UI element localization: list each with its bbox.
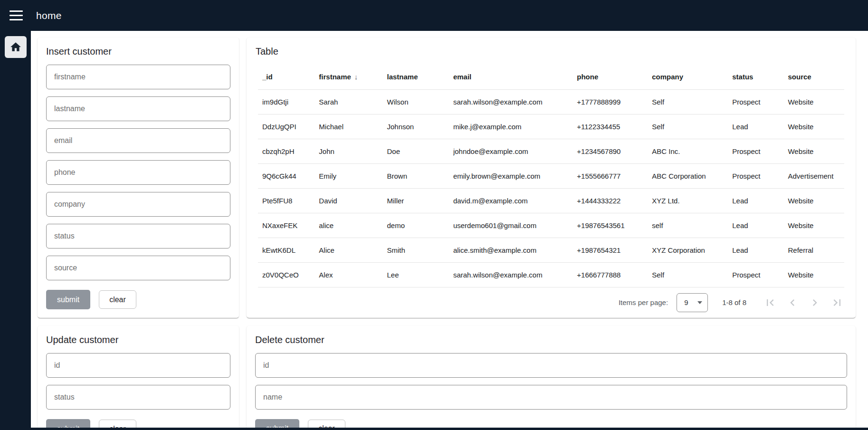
table-cell: DdzUgQPI bbox=[258, 114, 319, 139]
column-header-_id[interactable]: _id bbox=[258, 65, 319, 89]
first-page-button[interactable] bbox=[759, 292, 781, 314]
table-cell: Lead bbox=[732, 114, 788, 139]
paginator-nav bbox=[759, 292, 848, 314]
table-cell: Prospect bbox=[732, 89, 788, 114]
page-size-select[interactable]: 9 bbox=[677, 293, 708, 312]
table-cell: emily.brown@example.com bbox=[453, 163, 577, 188]
table-cell: Self bbox=[652, 262, 732, 287]
table-cell: +1555666777 bbox=[577, 163, 652, 188]
column-header-status[interactable]: status bbox=[732, 65, 788, 89]
table-cell: ABC Corporation bbox=[652, 163, 732, 188]
delete-fields bbox=[255, 353, 847, 410]
table-header-row: _idfirstname↓lastnameemailphonecompanyst… bbox=[258, 65, 844, 89]
table-cell: Website bbox=[788, 114, 844, 139]
id-input[interactable] bbox=[46, 353, 230, 378]
table-cell: John bbox=[319, 139, 387, 163]
table-row: DdzUgQPIMichaelJohnsonmike.j@example.com… bbox=[258, 114, 844, 139]
status-input[interactable] bbox=[46, 224, 230, 248]
table-body: im9dGtjiSarahWilsonsarah.wilson@example.… bbox=[258, 89, 844, 287]
lastname-input[interactable] bbox=[46, 96, 230, 121]
table-cell: 9Q6cGk44 bbox=[258, 163, 319, 188]
last-page-icon bbox=[830, 296, 844, 309]
table-cell: Website bbox=[788, 139, 844, 163]
table-cell: Self bbox=[652, 89, 732, 114]
insert-clear-button[interactable]: clear bbox=[99, 290, 136, 309]
table-cell: Referral bbox=[788, 238, 844, 262]
insert-fields bbox=[46, 65, 230, 280]
table-cell: userdemo601@gmail.com bbox=[453, 213, 577, 238]
window-bottom-edge bbox=[0, 428, 868, 430]
update-customer-card: Update customer submit clear bbox=[38, 326, 239, 430]
table-cell: mike.j@example.com bbox=[453, 114, 577, 139]
table-cell: im9dGtji bbox=[258, 89, 319, 114]
name-input[interactable] bbox=[255, 385, 847, 410]
table-cell: alice bbox=[319, 213, 387, 238]
table-row: im9dGtjiSarahWilsonsarah.wilson@example.… bbox=[258, 89, 844, 114]
previous-page-button[interactable] bbox=[781, 292, 803, 314]
column-header-phone[interactable]: phone bbox=[577, 65, 652, 89]
table-cell: Website bbox=[788, 213, 844, 238]
hamburger-menu-icon[interactable] bbox=[10, 10, 23, 20]
table-cell: Alice bbox=[319, 238, 387, 262]
sidebar-home-button[interactable] bbox=[5, 36, 27, 58]
insert-customer-card: Insert customer submit clear bbox=[38, 38, 239, 318]
table-cell: Lead bbox=[732, 238, 788, 262]
update-card-title: Update customer bbox=[46, 334, 230, 345]
table-cell: alice.smith@example.com bbox=[453, 238, 577, 262]
table-cell: +1234567890 bbox=[577, 139, 652, 163]
table-row: z0V0QCeOAlexLeesarah.wilson@example.com+… bbox=[258, 262, 844, 287]
customer-table: _idfirstname↓lastnameemailphonecompanyst… bbox=[247, 65, 856, 287]
column-header-company[interactable]: company bbox=[652, 65, 732, 89]
table-cell: Lee bbox=[387, 262, 453, 287]
firstname-input[interactable] bbox=[46, 65, 230, 89]
table-row: kEwtK6DLAliceSmithalice.smith@example.co… bbox=[258, 238, 844, 262]
column-header-label: phone bbox=[577, 73, 598, 81]
table-cell: Self bbox=[652, 114, 732, 139]
table-cell: Website bbox=[788, 89, 844, 114]
table-cell: +1987654321 bbox=[577, 238, 652, 262]
column-header-label: source bbox=[788, 73, 811, 81]
table-cell: Advertisement bbox=[788, 163, 844, 188]
id-input[interactable] bbox=[255, 353, 847, 378]
table-cell: johndoe@example.com bbox=[453, 139, 577, 163]
company-input[interactable] bbox=[46, 192, 230, 217]
table-cell: Prospect bbox=[732, 262, 788, 287]
chevron-right-icon bbox=[808, 296, 821, 309]
column-header-lastname[interactable]: lastname bbox=[387, 65, 453, 89]
app-title: home bbox=[36, 10, 62, 21]
table-cell: cbzqh2pH bbox=[258, 139, 319, 163]
table-row: NXaxeFEKalicedemouserdemo601@gmail.com+1… bbox=[258, 213, 844, 238]
table-cell: Michael bbox=[319, 114, 387, 139]
source-input[interactable] bbox=[46, 256, 230, 280]
next-page-button[interactable] bbox=[803, 292, 826, 314]
table-cell: sarah.wilson@example.com bbox=[453, 262, 577, 287]
table-cell: NXaxeFEK bbox=[258, 213, 319, 238]
dropdown-caret-icon bbox=[697, 301, 702, 304]
status-input[interactable] bbox=[46, 385, 230, 410]
phone-input[interactable] bbox=[46, 160, 230, 185]
table-cell: David bbox=[319, 188, 387, 213]
sidebar bbox=[0, 31, 31, 430]
table-cell: +1122334455 bbox=[577, 114, 652, 139]
table-cell: sarah.wilson@example.com bbox=[453, 89, 577, 114]
last-page-button[interactable] bbox=[826, 292, 848, 314]
column-header-email[interactable]: email bbox=[453, 65, 577, 89]
table-cell: Emily bbox=[319, 163, 387, 188]
table-cell: Alex bbox=[319, 262, 387, 287]
first-page-icon bbox=[763, 296, 777, 309]
insert-submit-button[interactable]: submit bbox=[46, 290, 90, 309]
home-icon bbox=[10, 41, 22, 53]
table-cell: Prospect bbox=[732, 139, 788, 163]
table-row: 9Q6cGk44EmilyBrownemily.brown@example.co… bbox=[258, 163, 844, 188]
column-header-source[interactable]: source bbox=[788, 65, 844, 89]
table-row: cbzqh2pHJohnDoejohndoe@example.com+12345… bbox=[258, 139, 844, 163]
table-cell: ABC Inc. bbox=[652, 139, 732, 163]
table-cell: Sarah bbox=[319, 89, 387, 114]
sort-arrow-icon: ↓ bbox=[354, 73, 358, 81]
insert-card-title: Insert customer bbox=[46, 46, 230, 57]
email-input[interactable] bbox=[46, 128, 230, 153]
column-header-firstname[interactable]: firstname↓ bbox=[319, 65, 387, 89]
table-cell: Website bbox=[788, 262, 844, 287]
table-card: Table _idfirstname↓lastnameemailphonecom… bbox=[247, 38, 856, 318]
table-cell: Wilson bbox=[387, 89, 453, 114]
